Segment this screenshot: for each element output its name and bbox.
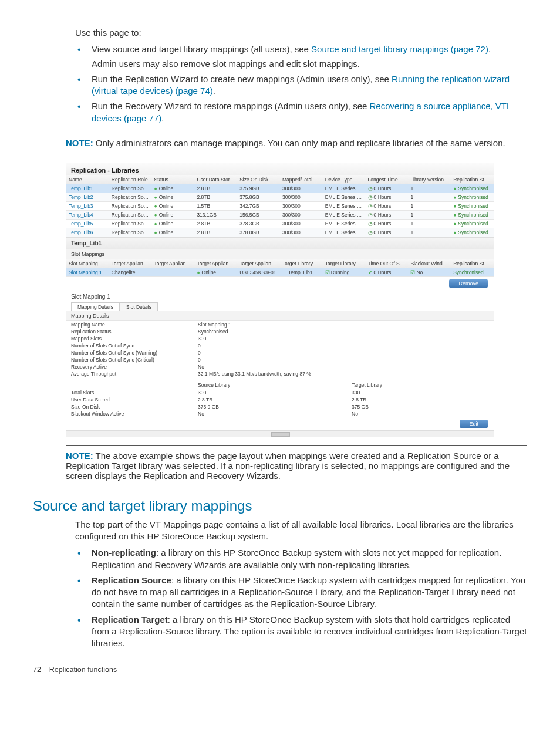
intro-text: Use this page to: (75, 27, 527, 39)
kv-row: Average Throughput32.1 MB/s using 33.1 M… (66, 370, 494, 377)
col-header[interactable]: Target Appliance Online (194, 259, 237, 268)
table-row[interactable]: Temp_Lib2Replication Sou...Online2.8TB37… (66, 193, 494, 201)
col-header[interactable]: Mapped/Total S... (280, 175, 323, 184)
source-target-table: Source LibraryTarget Library Total Slots… (66, 381, 494, 417)
detail-sub: Slot Mappings (66, 249, 494, 259)
tabs: Mapping DetailsSlot Details (66, 300, 494, 311)
section-heading: Source and target library mappings (33, 498, 527, 514)
table-row[interactable]: Temp_Lib4Replication Sou...Online313.1GB… (66, 210, 494, 219)
table-row[interactable]: Temp_Lib6Replication Sou...Online2.8TB37… (66, 228, 494, 237)
kv-row: Blackout Window ActiveNoNo (66, 410, 494, 417)
col-header[interactable]: Replication Role (109, 175, 152, 184)
replication-libraries-screenshot: Replication - Libraries NameReplication … (66, 163, 494, 437)
definition-item: Non-replicating: a library on this HP St… (75, 547, 527, 571)
top-bullet-list: View source and target library mappings … (75, 43, 527, 124)
tab-sub: Mapping Details (66, 311, 494, 321)
table-row[interactable]: Temp_Lib3Replication Sou...Online1.5TB34… (66, 201, 494, 210)
col-header[interactable]: Replication Stat... (451, 175, 494, 184)
remove-button[interactable]: Remove (449, 279, 488, 288)
note-2-text: The above example shows the page layout … (66, 451, 510, 481)
note-2: NOTE: The above example shows the page l… (66, 445, 527, 487)
col-header[interactable]: Name (66, 175, 109, 184)
kv-row: Recovery ActiveNo (66, 363, 494, 370)
col-header[interactable]: Size On Disk (237, 175, 280, 184)
col-header[interactable]: Device Type (323, 175, 366, 184)
ss-title: Replication - Libraries (66, 163, 494, 175)
top-bullet-item: Run the Recovery Wizard to restore mappi… (75, 100, 527, 124)
table-row[interactable]: Slot Mapping 1ChangeliteOnlineUSE345KS3F… (66, 268, 494, 276)
col-header[interactable]: Blackout Window Active (408, 259, 451, 268)
page-footer: 72 Replication functions (33, 666, 527, 674)
section-intro: The top part of the VT Mappings page con… (75, 519, 527, 543)
definition-item: Replication Source: a library on this HP… (75, 575, 527, 610)
top-bullet-item: View source and target library mappings … (75, 43, 527, 70)
col-header[interactable]: Target Library Status (323, 259, 366, 268)
kv-row: Number of Slots Out of Sync (Warning)0 (66, 349, 494, 356)
slot-mappings-table: Slot Mapping NameTarget Appliance NameTa… (66, 259, 494, 277)
kv-row: Replication StatusSynchronised (66, 328, 494, 335)
col-header[interactable]: Time Out Of Sync (366, 259, 409, 268)
kv-row: Number of Slots Out of Sync (Critical)0 (66, 356, 494, 363)
mapping-details-table: Mapping NameSlot Mapping 1Replication St… (66, 321, 494, 377)
kv-row: Size On Disk375.9 GB375 GB (66, 403, 494, 410)
libraries-table: NameReplication RoleStatusUser Data Stor… (66, 175, 494, 237)
col-header[interactable]: Replication Status (451, 259, 494, 268)
col-header[interactable]: Status (152, 175, 195, 184)
note-1: NOTE: Only administrators can manage map… (66, 133, 527, 154)
doc-link[interactable]: Source and target library mappings (page… (311, 44, 488, 54)
table-row[interactable]: Temp_Lib1Replication Sou...Online2.8TB37… (66, 184, 494, 193)
definitions-list: Non-replicating: a library on this HP St… (75, 547, 527, 649)
table-row[interactable]: Temp_Lib5Replication Sou...Online2.8TB37… (66, 219, 494, 228)
edit-button[interactable]: Edit (460, 420, 488, 428)
kv-row: User Data Stored2.8 TB2.8 TB (66, 396, 494, 403)
note-1-text: Only administrators can manage mappings.… (96, 138, 505, 148)
tab-mapping-details[interactable]: Mapping Details (71, 302, 120, 311)
col-header[interactable]: Target Appliance Serial Number (237, 259, 280, 268)
col-header[interactable]: Longest Time O... (366, 175, 409, 184)
kv-row: Mapped Slots300 (66, 335, 494, 342)
col-header[interactable]: Target Appliance Address (152, 259, 195, 268)
note-1-label: NOTE: (66, 138, 93, 148)
note-2-label: NOTE: (66, 451, 93, 461)
kv-row: Number of Slots Out of Sync0 (66, 342, 494, 349)
col-header[interactable]: Target Library Name (280, 259, 323, 268)
col-header[interactable]: Slot Mapping Name (66, 259, 109, 268)
kv-row: Total Slots300300 (66, 389, 494, 396)
col-header[interactable]: Library Version (408, 175, 451, 184)
col-header[interactable]: Target Appliance Name (109, 259, 152, 268)
detail-header: Temp_Lib1 (66, 237, 494, 249)
tab-slot-details[interactable]: Slot Details (120, 302, 158, 311)
definition-item: Replication Target: a library on this HP… (75, 614, 527, 650)
top-bullet-item: Run the Replication Wizard to create new… (75, 73, 527, 97)
footer-page: 72 (33, 666, 41, 674)
col-header[interactable]: User Data Stored (194, 175, 237, 184)
slot-mapping-title: Slot Mapping 1 (66, 290, 494, 300)
kv-row: Mapping NameSlot Mapping 1 (66, 321, 494, 328)
footer-title: Replication functions (49, 666, 117, 674)
